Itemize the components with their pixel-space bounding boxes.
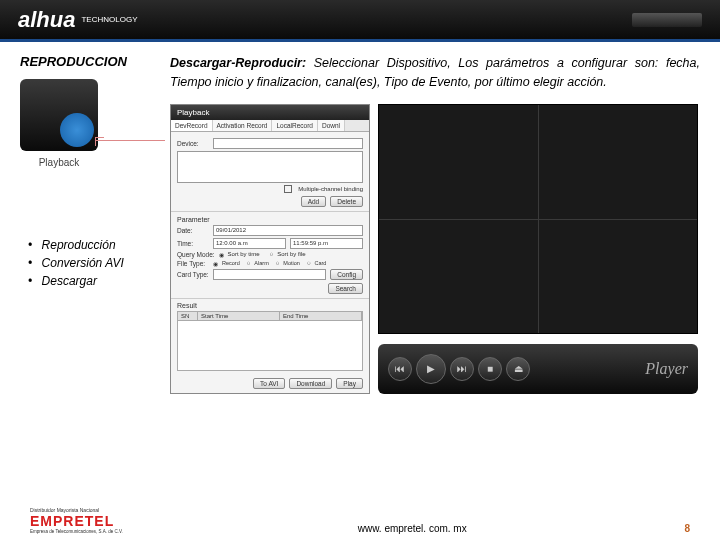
dist-brand: EMPRETEL	[30, 513, 140, 529]
footer: Distribuidor Mayorista Nacional EMPRETEL…	[0, 507, 720, 534]
sort-file-radio[interactable]: ○	[270, 251, 274, 257]
eject-button[interactable]: ⏏	[506, 357, 530, 381]
cardtype-input[interactable]	[213, 269, 326, 280]
multi-label: Multiple-channel binding	[298, 186, 363, 192]
bullet-list: Reproducción Conversión AVI Descargar	[20, 238, 158, 288]
config-button[interactable]: Config	[330, 269, 363, 280]
stop-button[interactable]: ■	[478, 357, 502, 381]
play-button[interactable]: Play	[336, 378, 363, 389]
ftype-label: File Type:	[177, 260, 209, 267]
desc-lead: Descargar-Reproducir:	[170, 56, 306, 70]
tabs: DevRecord Activation Record LocalRecord …	[171, 120, 369, 132]
col-end: End Time	[280, 312, 362, 320]
list-item: Conversión AVI	[28, 256, 158, 270]
param-section: Parameter Date:09/01/2012 Time:12:0.00 a…	[171, 212, 369, 299]
panel-title: Playback	[171, 105, 369, 120]
play-button[interactable]: ▶	[416, 354, 446, 384]
result-title: Result	[171, 299, 369, 309]
download-button[interactable]: Download	[289, 378, 332, 389]
list-item: Reproducción	[28, 238, 158, 252]
time-to[interactable]: 11:59:59 p.m	[290, 238, 363, 249]
tab-download[interactable]: Downl	[318, 120, 345, 131]
content: Descargar-Reproducir: Seleccionar Dispos…	[170, 54, 700, 394]
tab-localrecord[interactable]: LocalRecord	[272, 120, 318, 131]
footer-url: www. empretel. com. mx	[140, 523, 684, 534]
next-button[interactable]: ⏭	[450, 357, 474, 381]
screenshots: Playback DevRecord Activation Record Loc…	[170, 104, 700, 394]
tab-devrecord[interactable]: DevRecord	[171, 120, 213, 131]
dist-line2: Empresa de Telecomunicaciones, S.A. de C…	[30, 529, 140, 534]
list-item: Descargar	[28, 274, 158, 288]
device-select[interactable]	[213, 138, 363, 149]
date-label: Date:	[177, 227, 209, 234]
video-grid[interactable]	[378, 104, 698, 334]
brand-logo: alhua TECHNOLOGY	[18, 7, 137, 33]
brand-sub: TECHNOLOGY	[81, 16, 137, 24]
playback-label: Playback	[20, 157, 98, 168]
toavi-button[interactable]: To AVI	[253, 378, 285, 389]
player-label: Player	[645, 360, 688, 378]
date-input[interactable]: 09/01/2012	[213, 225, 363, 236]
gear-icon	[60, 113, 94, 147]
result-header: SN Start Time End Time	[177, 311, 363, 321]
prev-button[interactable]: ⏮	[388, 357, 412, 381]
delete-button[interactable]: Delete	[330, 196, 363, 207]
time-label: Time:	[177, 240, 209, 247]
description: Descargar-Reproducir: Seleccionar Dispos…	[170, 54, 700, 92]
device-list[interactable]	[177, 151, 363, 183]
time-from[interactable]: 12:0.00 a.m	[213, 238, 286, 249]
header: alhua TECHNOLOGY	[0, 0, 720, 42]
motion-radio[interactable]: ○	[276, 260, 280, 266]
ctype-label: Card Type:	[177, 271, 209, 278]
sort-time-radio[interactable]: ◉	[219, 251, 224, 258]
page-number: 8	[684, 523, 690, 534]
player: ⏮ ▶ ⏭ ■ ⏏ Player	[378, 104, 698, 394]
tab-activation[interactable]: Activation Record	[213, 120, 273, 131]
param-title: Parameter	[177, 216, 363, 223]
record-radio[interactable]: ◉	[213, 260, 218, 267]
result-body[interactable]	[177, 321, 363, 371]
device-section: Device: Multiple-channel binding Add Del…	[171, 132, 369, 212]
section-title: REPRODUCCION	[20, 54, 158, 69]
col-sn: SN	[178, 312, 198, 320]
connector-line	[95, 140, 165, 141]
playback-panel: Playback DevRecord Activation Record Loc…	[170, 104, 370, 394]
control-bar: ⏮ ▶ ⏭ ■ ⏏ Player	[378, 344, 698, 394]
col-start: Start Time	[198, 312, 280, 320]
main: REPRODUCCION Playback Reproducción Conve…	[0, 42, 720, 394]
device-icon	[632, 13, 702, 27]
alarm-radio[interactable]: ○	[247, 260, 251, 266]
card-radio[interactable]: ○	[307, 260, 311, 266]
qmode-label: Query Mode:	[177, 251, 215, 258]
sidebar: REPRODUCCION Playback Reproducción Conve…	[20, 54, 158, 394]
brand-mark: alhua	[18, 7, 75, 33]
add-button[interactable]: Add	[301, 196, 327, 207]
distributor-logo: Distribuidor Mayorista Nacional EMPRETEL…	[30, 507, 140, 534]
multi-checkbox[interactable]	[284, 185, 292, 193]
playback-icon	[20, 79, 98, 151]
search-button[interactable]: Search	[328, 283, 363, 294]
device-label: Device:	[177, 140, 209, 147]
